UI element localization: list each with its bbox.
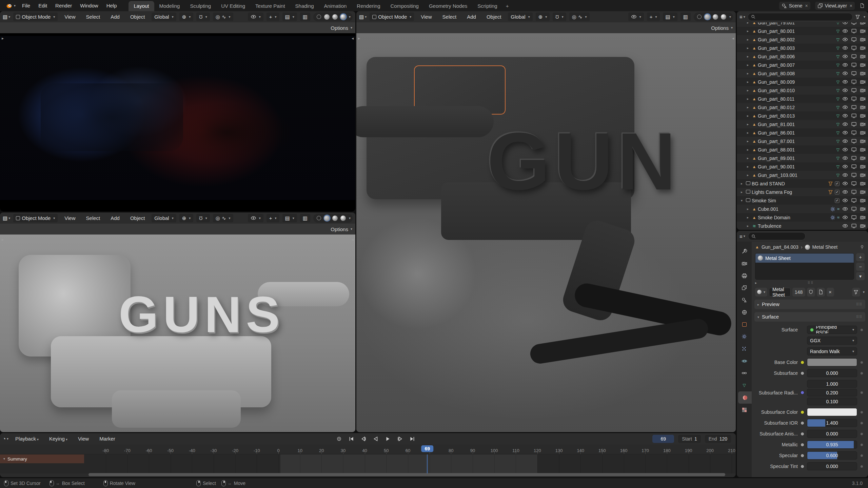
disable-in-renders-camera-icon[interactable]: [860, 22, 866, 25]
outliner-item-name[interactable]: Smoke Sim: [752, 198, 824, 203]
properties-tab-material[interactable]: [738, 391, 752, 404]
color-swatch[interactable]: [807, 358, 857, 366]
hide-in-viewport-eye-icon[interactable]: [842, 181, 848, 186]
blender-logo-icon[interactable]: ▾: [3, 2, 18, 9]
hide-in-viewport-eye-icon[interactable]: [842, 87, 848, 93]
object-visibility-button[interactable]: ▾: [248, 214, 263, 222]
outliner-row[interactable]: ▸▲Gun_part_80.003▽: [737, 44, 868, 52]
disable-in-viewports-icon[interactable]: [851, 215, 857, 220]
material-slot-list[interactable]: Metal Sheet: [755, 253, 854, 280]
disable-in-viewports-icon[interactable]: [851, 113, 857, 119]
options-dropdown[interactable]: Options▾: [331, 25, 352, 31]
timeline-tracks[interactable]: ▾Summary: [0, 454, 736, 473]
playhead[interactable]: [427, 454, 428, 473]
decorator-dot-icon[interactable]: [861, 433, 863, 435]
properties-tab-physics[interactable]: [737, 355, 752, 367]
include-collection-checkbox[interactable]: ✓: [835, 198, 840, 203]
outliner-item-name[interactable]: Gun_part_79.001: [758, 22, 824, 25]
disable-in-viewports-icon[interactable]: [851, 104, 857, 110]
menu-edit[interactable]: Edit: [35, 1, 51, 10]
menu-view[interactable]: View: [61, 13, 79, 21]
panel-preview-header[interactable]: ▸ Preview ⠿⠿: [754, 300, 865, 309]
disable-in-viewports-icon[interactable]: [851, 189, 857, 195]
hide-in-viewport-eye-icon[interactable]: [842, 164, 848, 169]
hide-in-viewport-eye-icon[interactable]: [842, 138, 848, 144]
current-frame-field[interactable]: 69: [652, 435, 674, 443]
object-visibility-button[interactable]: ▾: [628, 13, 644, 21]
gun-model-cable[interactable]: [529, 318, 710, 365]
disable-in-renders-camera-icon[interactable]: [860, 215, 866, 220]
outliner-row[interactable]: ▸Lights Camera Fog✓: [737, 188, 868, 196]
outliner-editor-type-button[interactable]: ≡▾: [739, 14, 745, 19]
decorator-dot-icon[interactable]: [861, 329, 863, 331]
sidebar-expand-icon[interactable]: ◂: [352, 237, 354, 242]
outliner-item-name[interactable]: Gun_part_86.001: [758, 130, 824, 136]
disable-in-renders-camera-icon[interactable]: [860, 164, 866, 169]
xray-toggle[interactable]: ▥: [300, 214, 310, 222]
disable-in-renders-camera-icon[interactable]: [860, 172, 866, 178]
viewport-rendered-canvas[interactable]: ▸ ◂: [0, 33, 355, 211]
jump-to-end-icon[interactable]: [407, 435, 417, 443]
outliner-row[interactable]: ▸▲Gun_part_80.013▽: [737, 111, 868, 120]
scene-model-text[interactable]: GUN: [487, 115, 680, 208]
snap-button[interactable]: Ω▾: [553, 13, 566, 21]
auto-keying-record-icon[interactable]: [334, 435, 344, 443]
hide-in-viewport-eye-icon[interactable]: [842, 198, 848, 203]
proportional-editing-button[interactable]: ◎∿▾: [213, 13, 233, 21]
fake-user-shield-icon[interactable]: [807, 288, 815, 297]
play-reverse-icon[interactable]: [371, 435, 381, 443]
viewport-editor-type-button[interactable]: ▧▾: [3, 216, 10, 221]
shading-wireframe-icon[interactable]: [696, 13, 703, 20]
hide-in-viewport-eye-icon[interactable]: [842, 22, 848, 25]
decorator-dot-icon[interactable]: [861, 465, 863, 468]
menu-view[interactable]: View: [61, 214, 79, 222]
shading-rendered-icon[interactable]: [340, 13, 347, 20]
toolbar-expand-icon[interactable]: ▸: [358, 36, 360, 41]
decorator-dot-icon[interactable]: [861, 361, 863, 364]
outliner-item-name[interactable]: Gun_part_89.001: [758, 156, 824, 161]
workspace-tab-layout[interactable]: Layout: [129, 1, 154, 11]
color-swatch[interactable]: [807, 408, 857, 416]
outliner-search-input[interactable]: [748, 13, 853, 21]
disable-in-viewports-icon[interactable]: [851, 155, 857, 161]
shading-material-preview-icon[interactable]: [332, 13, 339, 20]
unlink-material-button[interactable]: ×: [827, 288, 834, 297]
outliner-item-name[interactable]: Gun_part_80.003: [758, 45, 824, 51]
decorator-dot-icon[interactable]: [861, 454, 863, 457]
orientation-selector[interactable]: Global▾: [152, 214, 176, 222]
disable-in-renders-camera-icon[interactable]: [860, 104, 866, 110]
menu-object[interactable]: Object: [483, 13, 505, 21]
menu-render[interactable]: Render: [52, 1, 76, 10]
outliner-row[interactable]: ▸▲Gun_part_80.001▽: [737, 27, 868, 35]
number-field[interactable]: 0.100: [807, 398, 857, 405]
specials-menu-icon[interactable]: ▾: [863, 290, 865, 294]
timeline-editor-type-button[interactable]: ◔▾: [3, 436, 8, 441]
shading-solid-icon[interactable]: [704, 13, 711, 20]
previous-keyframe-icon[interactable]: [358, 435, 369, 443]
pivot-point-button[interactable]: ⊕▾: [179, 214, 194, 222]
value-slider[interactable]: 0.600: [807, 451, 857, 460]
outliner-row[interactable]: ▸▲Gun_part_87.001▽: [737, 137, 868, 145]
hide-in-viewport-eye-icon[interactable]: [842, 96, 848, 102]
properties-editor-type-button[interactable]: ≡▾: [739, 234, 745, 239]
material-slot-item[interactable]: Metal Sheet: [755, 253, 854, 263]
value-slider[interactable]: 0.000: [807, 430, 857, 438]
pin-icon[interactable]: [860, 245, 865, 250]
menu-view[interactable]: View: [417, 13, 435, 21]
properties-tab-tool[interactable]: [737, 245, 752, 257]
hide-in-viewport-eye-icon[interactable]: [842, 54, 848, 59]
enum-dropdown[interactable]: GGX▾: [807, 337, 857, 345]
include-collection-checkbox[interactable]: ✓: [835, 190, 840, 195]
disable-in-renders-camera-icon[interactable]: [860, 206, 866, 212]
outliner-item-name[interactable]: Gun_part_80.002: [758, 37, 824, 42]
number-field[interactable]: 1.000: [807, 380, 857, 388]
decorator-dot-icon[interactable]: [861, 411, 863, 413]
hide-in-viewport-eye-icon[interactable]: [842, 206, 848, 212]
outliner-row[interactable]: ▸▲Gun_part_81.001▽: [737, 120, 868, 128]
overlays-button[interactable]: ▤▾: [663, 13, 677, 21]
material-name-field[interactable]: Metal Sheet: [769, 288, 790, 297]
menu-keying[interactable]: Keying▾: [45, 434, 71, 443]
xray-toggle[interactable]: ▥: [300, 13, 310, 21]
outliner-row[interactable]: ▸▲Gun_part_86.001▽: [737, 128, 868, 137]
properties-tab-object[interactable]: [737, 318, 752, 330]
